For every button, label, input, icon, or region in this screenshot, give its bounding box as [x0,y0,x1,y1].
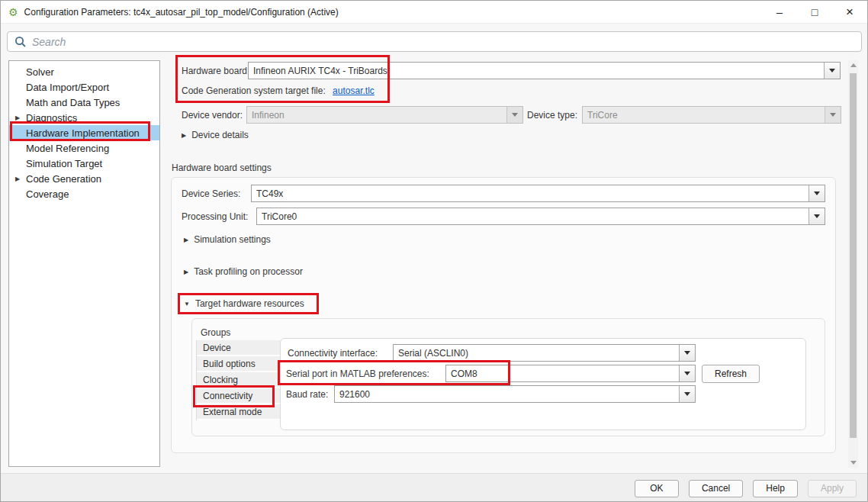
serial-port-select[interactable]: COM8 [445,365,696,382]
sidebar-item-label: Hardware Implementation [26,127,140,139]
sidebar-item-label: Coverage [26,188,69,200]
hardware-board-select[interactable]: Infineon AURIX TC4x - TriBoards [248,62,841,79]
cancel-button[interactable]: Cancel [689,480,743,497]
baud-rate-label: Baud rate: [286,389,328,400]
chevron-down-icon [506,107,522,123]
sidebar-item-coverage[interactable]: Coverage [9,186,159,201]
chevron-down-icon [825,107,841,123]
groups-list: Device Build options Clocking Connectivi… [196,340,280,420]
simulation-settings-expander[interactable]: ▶ Simulation settings [184,234,271,245]
groups-title: Groups [201,327,230,338]
device-type-select: TriCore [582,106,841,124]
close-button[interactable]: × [832,1,867,23]
configuration-parameters-dialog: ⚙ Configuration Parameters: tc4x_autosar… [0,0,868,502]
scrollbar-thumb[interactable] [850,73,857,438]
chevron-right-icon[interactable]: ▶ [15,175,20,182]
sidebar-item-label: Simulation Target [26,158,102,169]
task-profiling-expander[interactable]: ▶ Task profiling on processor [184,266,303,277]
sidebar-item-data-import-export[interactable]: Data Import/Export [9,79,159,95]
chevron-down-icon: ▼ [184,301,190,307]
sidebar-item-label: Diagnostics [26,112,77,124]
chevron-right-icon[interactable]: ▶ [15,114,20,121]
refresh-button[interactable]: Refresh [702,365,760,383]
sidebar-item-math-and-data-types[interactable]: Math and Data Types [9,95,159,110]
apply-button: Apply [808,480,857,497]
chevron-down-icon[interactable] [679,365,695,381]
sidebar-item-diagnostics[interactable]: ▶Diagnostics [9,110,159,125]
serial-port-label: Serial port in MATLAB preferences: [286,368,429,379]
device-type-label: Device type: [527,110,577,121]
help-button[interactable]: Help [753,480,798,497]
connectivity-interface-label: Connectivity interface: [288,348,378,359]
minimize-button[interactable]: – [762,1,797,23]
simulation-settings-label: Simulation settings [194,234,271,245]
window-controls: – □ × [762,1,867,23]
sidebar-item-label: Math and Data Types [26,97,120,108]
connectivity-interface-select[interactable]: Serial (ASCLIN0) [393,344,696,362]
device-details-expander[interactable]: ▶ Device details [182,130,249,140]
hardware-board-label: Hardware board: [182,66,249,76]
window-title: Configuration Parameters: tc4x_autosar_p… [24,7,339,18]
scroll-up-icon[interactable] [848,60,858,70]
chevron-down-icon[interactable] [809,185,825,201]
dialog-footer: OK Cancel Help Apply [1,473,867,502]
chevron-right-icon: ▶ [184,237,188,243]
chevron-right-icon: ▶ [182,132,186,139]
group-item-build-options[interactable]: Build options [197,356,280,372]
device-vendor-label: Device vendor: [182,110,243,121]
target-hardware-resources-expander[interactable]: ▼ Target hardware resources [184,298,304,309]
sidebar-item-label: Model Referencing [26,143,109,154]
sidebar-item-label: Data Import/Export [26,82,109,93]
chevron-right-icon: ▶ [184,269,188,275]
chevron-down-icon[interactable] [824,63,840,79]
processing-unit-select[interactable]: TriCore0 [256,208,825,225]
device-series-label: Device Series: [182,188,240,199]
group-item-connectivity[interactable]: Connectivity [197,388,280,404]
ok-button[interactable]: OK [635,480,679,497]
device-series-select[interactable]: TC49x [251,185,825,202]
sidebar-item-solver[interactable]: Solver [9,64,159,79]
hardware-board-settings-title: Hardware board settings [172,163,272,173]
device-series-value: TC49x [252,188,809,199]
maximize-button[interactable]: □ [797,1,832,23]
connectivity-interface-value: Serial (ASCLIN0) [394,348,679,359]
group-item-clocking[interactable]: Clocking [197,372,280,388]
serial-port-value: COM8 [446,368,679,379]
sidebar-item-model-referencing[interactable]: Model Referencing [9,140,159,156]
device-details-label: Device details [191,130,249,140]
processing-unit-value: TriCore0 [257,211,809,222]
search-bar [7,31,862,52]
task-profiling-label: Task profiling on processor [194,266,303,277]
chevron-down-icon[interactable] [679,386,695,402]
scroll-down-icon[interactable] [848,458,858,468]
sidebar-item-label: Solver [26,66,54,78]
sidebar-tree: Solver Data Import/Export Math and Data … [8,60,160,467]
sidebar-item-label: Code Generation [26,173,101,185]
chevron-down-icon[interactable] [809,208,825,224]
group-item-device[interactable]: Device [197,340,280,356]
sidebar-item-code-generation[interactable]: ▶Code Generation [9,171,159,186]
target-file-link[interactable]: autosar.tlc [333,85,375,96]
gear-icon: ⚙ [8,7,18,18]
title-bar: ⚙ Configuration Parameters: tc4x_autosar… [1,1,867,24]
vertical-scrollbar[interactable] [848,60,858,468]
sidebar-item-simulation-target[interactable]: Simulation Target [9,156,159,171]
chevron-down-icon[interactable] [679,345,695,361]
sidebar-item-hardware-implementation[interactable]: Hardware Implementation [9,125,159,140]
baud-rate-value: 921600 [335,389,679,400]
hardware-board-value: Infineon AURIX TC4x - TriBoards [249,66,824,76]
target-hardware-resources-label: Target hardware resources [195,298,304,309]
device-type-value: TriCore [583,110,825,121]
device-vendor-value: Infineon [247,110,506,121]
target-file-row: Code Generation system target file: auto… [182,85,375,96]
search-icon [14,36,27,48]
device-vendor-select: Infineon [246,106,523,124]
processing-unit-label: Processing Unit: [182,211,248,222]
baud-rate-select[interactable]: 921600 [334,385,696,403]
group-item-external-mode[interactable]: External mode [197,404,280,420]
target-file-label: Code Generation system target file: [182,85,326,96]
search-input[interactable] [32,36,861,48]
